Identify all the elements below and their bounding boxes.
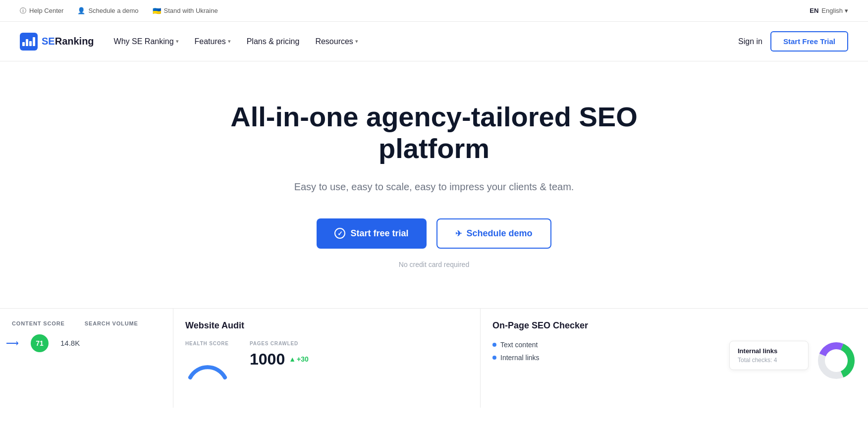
content-score-card: CONTENT SCORE SEARCH VOLUME ⟶ 71 14.8K — [0, 309, 173, 408]
nav-links: Why SE Ranking ▾ Features ▾ Plans & pric… — [114, 37, 358, 46]
internal-links-sub: Total checks: 4 — [738, 357, 800, 364]
onpage-title: On-Page SEO Checker — [492, 320, 856, 331]
navbar-left: SERanking Why SE Ranking ▾ Features ▾ Pl… — [20, 33, 358, 51]
onpage-content: Text content Internal links Internal lin… — [492, 341, 856, 380]
onpage-seo-card: On-Page SEO Checker Text content Interna… — [481, 309, 868, 408]
start-trial-button[interactable]: Start Free Trial — [770, 31, 848, 52]
website-audit-card: Website Audit HEALTH SCORE PAGES CRAWLED… — [173, 309, 481, 408]
list-item: Internal links — [492, 354, 717, 362]
list-item: Text content — [492, 341, 717, 349]
person-icon: 👤 — [77, 7, 85, 14]
health-score-label: HEALTH SCORE — [185, 341, 230, 346]
score-row: ⟶ 71 14.8K — [12, 334, 161, 352]
internal-links-title: Internal links — [738, 347, 800, 355]
bar1 — [22, 42, 25, 46]
dot-icon — [492, 356, 496, 360]
hero-subtitle: Easy to use, easy to scale, easy to impr… — [285, 179, 583, 195]
no-credit-text: No credit card required — [20, 261, 848, 268]
hero-buttons: ✓ Start free trial ✈ Schedule demo — [20, 218, 848, 249]
checkmark-icon: ✓ — [334, 228, 345, 239]
hero-title: All-in-one agency-tailored SEO platform — [211, 101, 657, 165]
chevron-down-icon: ▾ — [355, 38, 358, 45]
onpage-right: Internal links Total checks: 4 — [729, 341, 856, 380]
chevron-down-icon: ▾ — [228, 38, 231, 45]
arrow-icon: ⟶ — [6, 338, 19, 349]
logo-bars — [20, 35, 38, 49]
chevron-down-icon: ▾ — [176, 38, 179, 45]
website-audit-title: Website Audit — [185, 320, 468, 331]
nav-plans[interactable]: Plans & pricing — [247, 37, 300, 46]
send-icon: ✈ — [455, 229, 462, 238]
nav-features[interactable]: Features ▾ — [195, 37, 231, 46]
schedule-demo-button[interactable]: ✈ Schedule demo — [436, 218, 551, 249]
pages-delta: ▲ +30 — [289, 355, 309, 363]
donut-chart — [816, 341, 856, 380]
health-score-arc — [185, 350, 230, 380]
topbar-left: ⓘ Help Center 👤 Schedule a demo 🇺🇦 Stand… — [20, 6, 218, 15]
pages-crawled-section: PAGES CRAWLED 1000 ▲ +30 — [250, 341, 309, 382]
dot-icon — [492, 343, 496, 347]
internal-links-card: Internal links Total checks: 4 — [729, 341, 809, 370]
bar4 — [33, 37, 35, 46]
nav-resources[interactable]: Resources ▾ — [315, 37, 358, 46]
language-selector[interactable]: English ▾ — [821, 7, 848, 14]
search-volume-label: SEARCH VOLUME — [85, 320, 138, 326]
pages-crawled-value: 1000 ▲ +30 — [250, 350, 309, 369]
card-table-header: CONTENT SCORE SEARCH VOLUME — [12, 320, 161, 326]
onpage-list: Text content Internal links — [492, 341, 717, 380]
nav-why[interactable]: Why SE Ranking ▾ — [114, 37, 179, 46]
bar3 — [29, 41, 32, 46]
content-score-label: CONTENT SCORE — [12, 320, 65, 326]
search-volume-value: 14.8K — [60, 339, 80, 347]
audit-grid: HEALTH SCORE PAGES CRAWLED 1000 ▲ +30 — [185, 341, 468, 382]
score-badge: 71 — [31, 334, 49, 352]
logo-icon — [20, 33, 38, 51]
schedule-demo-link[interactable]: 👤 Schedule a demo — [77, 7, 138, 14]
topbar-right: EN English ▾ — [810, 7, 848, 14]
ukraine-flag: 🇺🇦 — [153, 7, 161, 15]
pages-crawled-label: PAGES CRAWLED — [250, 341, 309, 346]
topbar: ⓘ Help Center 👤 Schedule a demo 🇺🇦 Stand… — [0, 0, 868, 22]
hero-section: All-in-one agency-tailored SEO platform … — [0, 61, 868, 298]
logo[interactable]: SERanking — [20, 33, 94, 51]
navbar-right: Sign in Start Free Trial — [738, 31, 848, 52]
start-free-trial-button[interactable]: ✓ Start free trial — [317, 218, 426, 249]
logo-text: SERanking — [42, 36, 94, 47]
help-center-link[interactable]: ⓘ Help Center — [20, 6, 63, 15]
chevron-down-icon: ▾ — [845, 7, 848, 14]
bar2 — [26, 39, 28, 46]
up-arrow-icon: ▲ — [289, 355, 296, 363]
preview-section: CONTENT SCORE SEARCH VOLUME ⟶ 71 14.8K W… — [0, 308, 868, 408]
help-icon: ⓘ — [20, 6, 26, 15]
health-score-section: HEALTH SCORE — [185, 341, 230, 382]
navbar: SERanking Why SE Ranking ▾ Features ▾ Pl… — [0, 22, 868, 61]
ukraine-link[interactable]: 🇺🇦 Stand with Ukraine — [153, 7, 218, 15]
signin-link[interactable]: Sign in — [738, 37, 762, 46]
lang-code: EN — [810, 7, 818, 14]
